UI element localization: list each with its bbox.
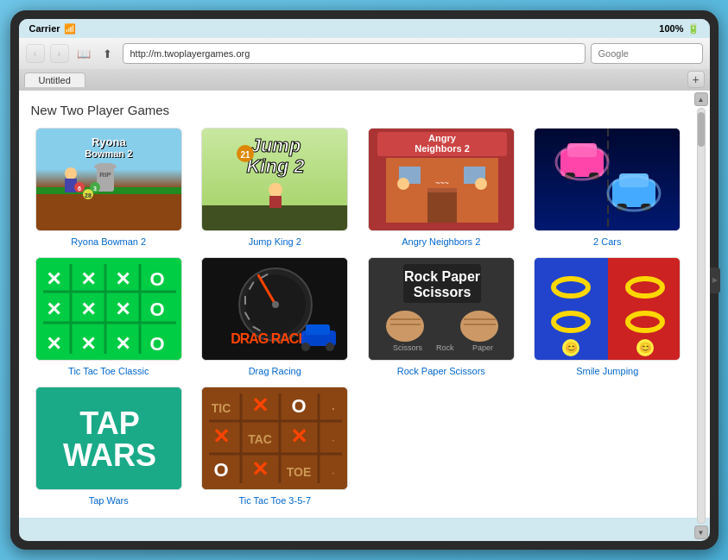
game-item-angry-neighbors-2[interactable]: Angry Neighbors 2 [364,128,520,247]
svg-text:TAP: TAP [79,406,139,441]
game-thumb-drag: DRAG RACING [201,257,348,361]
svg-point-5 [65,167,77,179]
game-title-tapwars: Tap Wars [89,495,129,506]
svg-point-17 [269,183,282,197]
svg-text:O: O [292,395,307,417]
svg-text:Angry: Angry [428,133,457,143]
game-item-smile-jumping[interactable]: 😊 😊 Smile Jumping [529,257,686,376]
game-title-drag: Drag Racing [249,366,301,376]
ttt357-scene: TIC ✕ O · ✕ TAC ✕ · O [202,387,347,490]
svg-text:Scissors: Scissors [413,285,471,299]
game-item-ryona-bowman-2[interactable]: Ryona Bowman 2 RIP [31,128,187,247]
angry-scene: Angry Neighbors 2 [369,128,514,231]
status-left: Carrier 📶 [29,23,76,35]
game-title-rps: Rock Paper Scissors [397,366,485,376]
svg-text:King 2: King 2 [247,155,306,177]
game-thumb-tapwars: TAP WARS [35,387,182,490]
new-tab-button[interactable]: + [687,71,705,88]
svg-text:Neighbors 2: Neighbors 2 [415,143,470,154]
wifi-icon: 📶 [64,23,76,35]
svg-text:✕: ✕ [80,333,96,355]
browser-toolbar: ‹ › 📖 ⬆ [19,38,710,69]
svg-point-30 [397,178,409,190]
forward-button[interactable]: › [50,44,69,63]
share-button[interactable]: ⬆ [98,44,117,63]
svg-rect-0 [36,191,182,231]
status-bar: Carrier 📶 100% 🔋 [19,19,710,38]
svg-text:✕: ✕ [115,333,130,355]
game-thumb-angry: Angry Neighbors 2 [368,128,515,231]
game-title-ttt357: Tic Tac Toe 3-5-7 [238,495,311,506]
svg-text:Jump: Jump [250,135,301,156]
ttt-scene: ✕ ✕ ✕ ✕ ✕ ✕ ✕ ✕ ✕ O O [36,257,181,361]
game-item-tic-tac-toe-classic[interactable]: ✕ ✕ ✕ ✕ ✕ ✕ ✕ ✕ ✕ O O [31,257,187,376]
carrier-label: Carrier [29,23,60,34]
svg-text:~~~: ~~~ [435,179,449,187]
svg-rect-14 [202,205,347,231]
svg-text:TAC: TAC [248,432,272,446]
device-inner: Carrier 📶 100% 🔋 ‹ › 📖 ⬆ [19,19,710,541]
svg-point-76 [301,343,310,351]
cars-scene [535,128,680,231]
share-icon: ⬆ [103,47,112,60]
svg-text:·: · [332,434,335,446]
game-title-ryona: Ryona Bowman 2 [71,236,146,247]
game-title-angry: Angry Neighbors 2 [402,236,480,247]
game-title-cars: 2 Cars [593,236,621,247]
scroll-track[interactable] [697,108,706,524]
search-input[interactable] [591,43,703,64]
battery-label: 100% [659,23,683,34]
game-title-smile: Smile Jumping [576,366,638,376]
game-item-jump-king-2[interactable]: Jump King 2 21 Jump King 2 [197,128,353,247]
battery-icon: 🔋 [687,23,700,35]
scroll-thumb[interactable] [698,112,705,147]
svg-text:✕: ✕ [212,425,230,448]
game-thumb-cars [534,128,681,231]
back-button[interactable]: ‹ [26,44,45,63]
svg-text:😊: 😊 [565,341,578,354]
svg-text:✕: ✕ [115,299,130,320]
game-thumb-ryona: Ryona Bowman 2 RIP [35,128,182,231]
scrollbar: ▲ ▼ [694,91,708,541]
url-input[interactable] [123,43,586,64]
svg-text:✕: ✕ [46,268,61,290]
drag-scene: DRAG RACING [202,257,347,361]
game-item-ttt357[interactable]: TIC ✕ O · ✕ TAC ✕ · O [197,387,353,506]
scroll-up-button[interactable]: ▲ [694,92,708,106]
side-button[interactable]: ▶ [710,267,720,293]
svg-text:Rock Paper: Rock Paper [404,269,480,284]
svg-text:O: O [149,299,164,320]
svg-point-83 [460,311,498,342]
status-right: 100% 🔋 [659,23,699,35]
svg-point-72 [272,301,279,308]
game-thumb-jumpking: Jump King 2 21 [201,128,348,231]
svg-text:·: · [332,403,335,415]
jumpking-scene: Jump King 2 21 [202,128,347,231]
svg-text:6: 6 [78,186,81,192]
game-item-2-cars[interactable]: 2 Cars [529,128,686,247]
content-area: New Two Player Games Ryona Bowman 2 [19,91,710,518]
svg-text:TOE: TOE [287,465,312,479]
game-item-tap-wars[interactable]: TAP WARS Tap Wars [31,387,187,506]
svg-text:✕: ✕ [80,268,96,290]
forward-icon: › [58,49,60,59]
svg-text:TIC: TIC [212,401,231,415]
svg-rect-3 [94,163,117,170]
game-thumb-tictactoe: ✕ ✕ ✕ ✕ ✕ ✕ ✕ ✕ ✕ O O [35,257,182,361]
svg-text:Paper: Paper [472,343,493,352]
svg-text:✕: ✕ [46,333,61,355]
tapwars-scene: TAP WARS [36,387,181,490]
bookmark-button[interactable]: 📖 [74,44,93,63]
back-icon: ‹ [34,49,36,59]
svg-text:✕: ✕ [46,299,61,320]
rps-scene: Rock Paper Scissors [369,257,514,361]
game-title-tictactoe: Tic Tac Toe Classic [68,366,149,376]
game-item-drag-racing[interactable]: DRAG RACING Drag Racing [197,257,353,376]
svg-text:✕: ✕ [80,299,96,320]
browser-tab[interactable]: Untitled [24,72,85,87]
section-title: New Two Player Games [31,103,686,117]
new-tab-icon: + [692,72,699,86]
scroll-down-button[interactable]: ▼ [694,525,708,539]
game-item-rps[interactable]: Rock Paper Scissors [364,257,520,376]
svg-point-31 [475,178,487,190]
